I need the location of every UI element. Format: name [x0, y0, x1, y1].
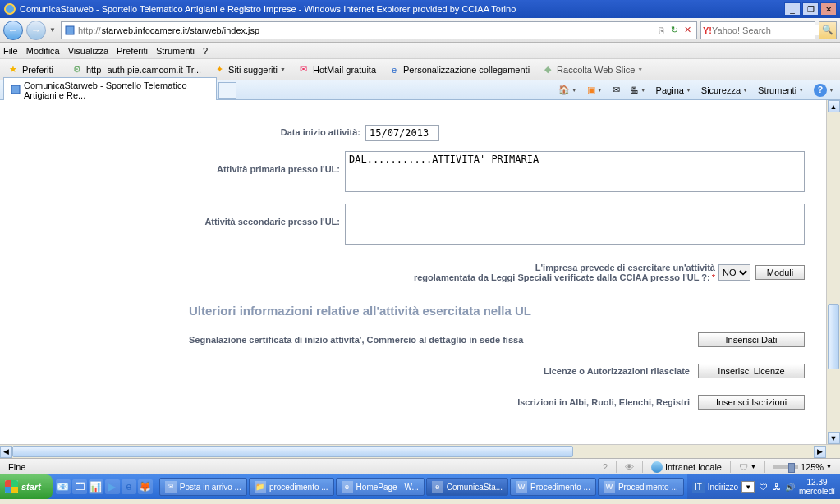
- gear-green-icon: ⚙: [71, 63, 84, 76]
- menu-visualizza[interactable]: Visualizza: [68, 46, 108, 56]
- menu-modifica[interactable]: Modifica: [26, 46, 60, 56]
- task-item-proc3[interactable]: WProcedimento ...: [598, 478, 684, 496]
- label-data-inizio: Data inizio attività:: [189, 125, 365, 137]
- ql-wmp-icon[interactable]: ▶: [105, 479, 120, 494]
- ie-small-icon: e: [432, 481, 443, 493]
- safety-menu[interactable]: Sicurezza▼: [699, 84, 750, 97]
- window-title: ComunicaStarweb - Sportello Telematico A…: [20, 4, 784, 14]
- input-data-inizio[interactable]: [365, 125, 439, 141]
- row-attivita-primaria: Attività primaria presso l'UL:: [189, 151, 805, 194]
- nav-history-dropdown[interactable]: ▼: [49, 26, 57, 34]
- menu-preferiti[interactable]: Preferiti: [117, 46, 148, 56]
- indirizzo-dropdown[interactable]: ▼: [741, 481, 755, 493]
- ql-calc-icon[interactable]: 🗔: [72, 479, 87, 494]
- select-regolamentata[interactable]: NO: [718, 264, 750, 281]
- search-button[interactable]: 🔍: [819, 21, 837, 39]
- mail-icon: ✉: [297, 63, 310, 76]
- ql-ie-icon[interactable]: e: [122, 479, 136, 494]
- page-content: Data inizio attività: Attività primaria …: [0, 100, 840, 458]
- tab-label: ComunicaStarweb - Sportello Telematico A…: [24, 80, 209, 100]
- ql-outlook-icon[interactable]: 📧: [56, 479, 71, 494]
- browser-tab[interactable]: ComunicaStarweb - Sportello Telematico A…: [3, 77, 217, 103]
- licenze-button[interactable]: Inserisci Licenze: [698, 364, 805, 378]
- row-scia: Segnalazione certificata di inizio attiv…: [189, 332, 805, 347]
- clock[interactable]: 12.39 mercoledì: [799, 478, 835, 496]
- required-asterisk: *: [712, 273, 715, 282]
- favorites-button[interactable]: ★ Preferiti: [3, 62, 57, 78]
- windows-flag-icon: [5, 480, 18, 493]
- scroll-left-icon[interactable]: ◀: [0, 446, 12, 458]
- vertical-scrollbar[interactable]: ▲ ▼: [826, 100, 840, 444]
- feeds-button[interactable]: ▣▼: [585, 83, 605, 97]
- tray-net-icon[interactable]: 🖧: [771, 481, 783, 493]
- menu-file[interactable]: File: [3, 46, 18, 56]
- scroll-thumb-h[interactable]: [12, 446, 573, 457]
- start-button[interactable]: start: [0, 474, 53, 499]
- clock-time: 12.39: [799, 478, 835, 487]
- task-item-homepage[interactable]: eHomePage - W...: [336, 478, 425, 496]
- search-input[interactable]: [712, 25, 825, 35]
- fav-link-auth-label: http--auth.pie.camcom.it-Tr...: [86, 65, 201, 75]
- star-orange-icon: ✦: [213, 63, 226, 76]
- favorites-label: Preferiti: [22, 65, 53, 75]
- toolbar-separator: [62, 62, 62, 77]
- ql-chart-icon[interactable]: 📊: [89, 479, 103, 494]
- stop-icon[interactable]: ✕: [682, 25, 693, 36]
- task-item-proc2[interactable]: WProcedimento ...: [510, 478, 596, 496]
- zoom-slider[interactable]: [773, 465, 798, 469]
- help-button[interactable]: ?▼: [811, 82, 837, 99]
- fav-raccolta[interactable]: ◆ Raccolta Web Slice ▼: [538, 62, 646, 78]
- minimize-button[interactable]: _: [784, 2, 801, 16]
- status-protected[interactable]: 🛡▼: [734, 462, 761, 472]
- scroll-right-icon[interactable]: ▶: [814, 446, 826, 458]
- ql-firefox-icon[interactable]: 🦊: [138, 479, 153, 494]
- lang-indicator[interactable]: IT: [692, 482, 705, 493]
- restore-button[interactable]: ❐: [802, 2, 819, 16]
- status-zone[interactable]: Intranet locale: [646, 461, 727, 473]
- system-tray: IT Indirizzo ▼ 🛡 🖧 🔊 12.39 mercoledì: [687, 474, 840, 499]
- svg-rect-2: [11, 85, 20, 94]
- zoom-control[interactable]: 125% ▼: [769, 462, 837, 472]
- task-item-posta[interactable]: ✉Posta in arrivo ...: [159, 478, 247, 496]
- home-button[interactable]: 🏠▼: [556, 83, 580, 97]
- input-attivita-primaria[interactable]: [345, 151, 805, 192]
- menu-bar: File Modifica Visualizza Preferiti Strum…: [0, 43, 840, 59]
- tray-shield-icon[interactable]: 🛡: [758, 481, 769, 493]
- forward-button[interactable]: →: [26, 21, 46, 40]
- moduli-button[interactable]: Moduli: [755, 265, 805, 280]
- print-button[interactable]: 🖶▼: [627, 84, 649, 97]
- scia-button[interactable]: Inserisci Dati: [698, 332, 805, 347]
- fav-hotmail[interactable]: ✉ HotMail gratuita: [294, 62, 379, 78]
- menu-strumenti[interactable]: Strumenti: [156, 46, 195, 56]
- taskbar: start 📧 🗔 📊 ▶ e 🦊 ✉Posta in arrivo ... 📁…: [0, 474, 840, 499]
- refresh-icon[interactable]: ↻: [668, 25, 680, 36]
- fav-personal[interactable]: e Personalizzazione collegamenti: [384, 62, 533, 78]
- address-bar[interactable]: http:// ⎘ ↻ ✕: [61, 21, 697, 39]
- tools-menu[interactable]: Strumenti▼: [755, 84, 806, 97]
- menu-help[interactable]: ?: [203, 46, 208, 56]
- compat-icon[interactable]: ⎘: [655, 25, 667, 36]
- close-button[interactable]: ✕: [820, 2, 837, 16]
- label-regolamentata-l2: regolamentata da Leggi Speciali verifica…: [414, 273, 710, 282]
- search-box[interactable]: Y! ▼: [700, 21, 815, 39]
- scroll-up-icon[interactable]: ▲: [828, 100, 840, 112]
- horizontal-scrollbar[interactable]: ◀ ▶: [0, 444, 840, 458]
- page-menu[interactable]: Pagina▼: [654, 84, 694, 97]
- fav-link-auth[interactable]: ⚙ http--auth.pie.camcom.it-Tr...: [67, 62, 204, 78]
- new-tab-button[interactable]: [218, 82, 236, 99]
- ie-small-icon: e: [342, 481, 353, 493]
- url-input[interactable]: [102, 25, 654, 35]
- back-button[interactable]: ←: [3, 21, 23, 40]
- task-item-comunica[interactable]: eComunicaSta...: [426, 478, 508, 496]
- input-attivita-secondarie[interactable]: [345, 204, 805, 245]
- readmail-button[interactable]: ✉: [610, 83, 622, 97]
- status-bar: Fine ? 👁 Intranet locale 🛡▼ 125% ▼: [0, 458, 840, 474]
- taskbar-items: ✉Posta in arrivo ... 📁procedimento ... e…: [156, 474, 687, 499]
- fav-siti[interactable]: ✦ Siti suggeriti ▼: [209, 62, 289, 78]
- task-item-proc1[interactable]: 📁procedimento ...: [249, 478, 334, 496]
- scroll-down-icon[interactable]: ▼: [828, 432, 840, 444]
- row-regolamentata: L'impresa prevede di esercitare un'attiv…: [189, 263, 805, 282]
- tray-vol-icon[interactable]: 🔊: [784, 481, 796, 493]
- scroll-thumb-v[interactable]: [828, 304, 839, 369]
- albi-button[interactable]: Inserisci Iscrizioni: [698, 395, 805, 410]
